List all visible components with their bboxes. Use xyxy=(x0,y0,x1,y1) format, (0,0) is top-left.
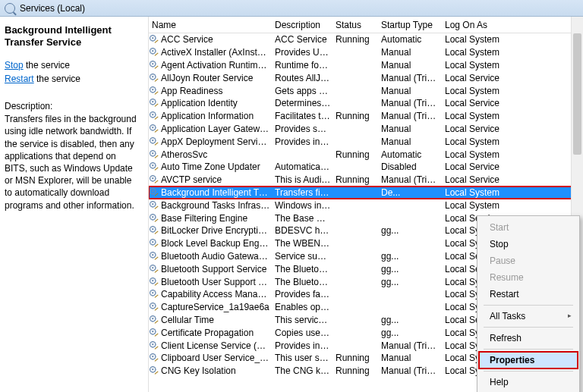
menu-start[interactable]: Start xyxy=(479,219,578,236)
menu-refresh[interactable]: Refresh xyxy=(479,330,578,347)
cell-logon: Local System xyxy=(445,149,506,160)
svg-point-13 xyxy=(152,114,153,115)
cell-description: This user ser... xyxy=(275,353,336,363)
service-gear-icon xyxy=(149,86,159,96)
cell-name: Background Intelligent Tran... xyxy=(161,187,275,198)
cell-startup: Manual xyxy=(381,47,445,58)
cell-description: Facilitates th... xyxy=(275,111,336,121)
menu-resume[interactable]: Resume xyxy=(479,269,578,286)
restart-link[interactable]: Restart xyxy=(5,74,34,84)
cell-name: Background Tasks Infrastruc... xyxy=(161,200,275,211)
service-gear-icon xyxy=(149,353,159,363)
cell-status: Running xyxy=(336,353,381,363)
cell-description: Automaticall... xyxy=(275,162,336,172)
cell-startup: Manual xyxy=(381,124,445,134)
cell-startup: Manual xyxy=(381,353,445,363)
svg-point-11 xyxy=(152,101,153,102)
service-gear-icon xyxy=(149,225,159,236)
menu-pause[interactable]: Pause xyxy=(479,252,578,269)
cell-name: App Readiness xyxy=(161,86,275,96)
window-title: Services (Local) xyxy=(20,3,85,14)
menu-restart[interactable]: Restart xyxy=(479,286,578,303)
table-header: Name Description Status Startup Type Log… xyxy=(149,17,583,33)
cell-description: Copies user ... xyxy=(275,328,336,338)
service-row[interactable]: Background Intelligent Tran...Transfers … xyxy=(149,187,583,199)
chevron-right-icon: ▸ xyxy=(568,312,572,319)
cell-startup: gg... xyxy=(381,277,445,287)
svg-point-35 xyxy=(152,254,153,256)
column-header-name[interactable]: Name xyxy=(149,20,275,33)
cell-startup: Manual (Trigg... xyxy=(381,73,445,83)
service-row[interactable]: App ReadinessGets apps re...ManualLocal … xyxy=(149,84,583,97)
service-row[interactable]: AllJoyn Router ServiceRoutes AllJo...Man… xyxy=(149,71,583,84)
cell-status: Running xyxy=(336,174,381,185)
cell-name: ACC Service xyxy=(161,34,275,45)
cell-description: Provides Use... xyxy=(275,47,336,58)
cell-logon: Local System xyxy=(445,86,506,96)
service-gear-icon xyxy=(149,315,159,325)
search-icon xyxy=(5,3,15,14)
stop-link[interactable]: Stop xyxy=(5,60,24,71)
cell-startup: Manual (Trigg... xyxy=(381,365,445,376)
service-row[interactable]: Agent Activation Runtime_1...Runtime for… xyxy=(149,59,583,72)
cell-startup: Manual xyxy=(381,136,445,147)
cell-logon: Local Service xyxy=(445,124,506,134)
cell-startup: gg... xyxy=(381,315,445,325)
menu-properties[interactable]: Properties xyxy=(479,352,578,368)
service-row[interactable]: Auto Time Zone UpdaterAutomaticall...Dis… xyxy=(149,161,583,174)
svg-point-31 xyxy=(152,228,153,230)
service-row[interactable]: AVCTP serviceThis is Audio...RunningManu… xyxy=(149,174,583,187)
scrollbar-thumb[interactable] xyxy=(573,33,581,155)
cell-description: This service ... xyxy=(275,315,336,325)
menu-stop[interactable]: Stop xyxy=(479,236,578,252)
cell-name: Block Level Backup Engine S... xyxy=(161,238,275,249)
column-header-status[interactable]: Status xyxy=(336,20,381,33)
service-gear-icon xyxy=(149,238,159,249)
cell-status: Running xyxy=(336,365,381,376)
cell-startup: Disabled xyxy=(381,162,445,172)
cell-startup: Manual (Trigg... xyxy=(381,98,445,108)
service-row[interactable]: Application IdentityDetermines ...Manual… xyxy=(149,97,583,110)
cell-logon: Local System xyxy=(445,111,506,121)
cell-name: Bluetooth Support Service xyxy=(161,264,275,274)
column-header-startup[interactable]: Startup Type xyxy=(381,20,445,33)
service-row[interactable]: Application InformationFacilitates th...… xyxy=(149,110,583,123)
cell-description: Gets apps re... xyxy=(275,86,336,96)
service-gear-icon xyxy=(149,277,159,287)
svg-point-3 xyxy=(152,50,153,52)
cell-logon: Local Service xyxy=(445,98,506,108)
svg-point-37 xyxy=(152,267,153,268)
svg-point-25 xyxy=(152,190,153,192)
cell-description: Service supp... xyxy=(275,251,336,262)
svg-point-21 xyxy=(152,165,153,166)
description-label: Description: xyxy=(5,101,140,111)
cell-description: Provides sup... xyxy=(275,124,336,134)
cell-name: Cellular Time xyxy=(161,315,275,325)
menu-all-tasks[interactable]: All Tasks ▸ xyxy=(479,308,578,325)
column-header-description[interactable]: Description xyxy=(275,20,336,33)
service-gear-icon xyxy=(149,187,159,198)
column-header-logon[interactable]: Log On As xyxy=(445,20,506,33)
cell-name: Application Information xyxy=(161,111,275,121)
cell-description: BDESVC hos... xyxy=(275,225,336,236)
cell-name: CNG Key Isolation xyxy=(161,365,275,376)
cell-description: The Base Filt... xyxy=(275,213,336,224)
svg-point-53 xyxy=(152,368,153,370)
services-list-panel: Name Description Status Startup Type Log… xyxy=(149,17,583,392)
cell-logon: Local Service xyxy=(445,174,506,185)
svg-point-19 xyxy=(152,152,153,154)
cell-description: Provides faci... xyxy=(275,289,336,299)
service-row[interactable]: Application Layer Gateway S...Provides s… xyxy=(149,123,583,136)
service-gear-icon xyxy=(149,111,159,121)
cell-name: AtherosSvc xyxy=(161,149,275,160)
service-row[interactable]: AppX Deployment Service (A...Provides in… xyxy=(149,135,583,148)
service-row[interactable]: Background Tasks Infrastruc...Windows in… xyxy=(149,199,583,212)
menu-help[interactable]: Help xyxy=(479,374,578,390)
service-row[interactable]: ActiveX Installer (AxInstSV)Provides Use… xyxy=(149,46,583,59)
service-gear-icon xyxy=(149,328,159,338)
service-row[interactable]: ACC ServiceACC ServiceRunningAutomaticLo… xyxy=(149,33,583,46)
svg-point-17 xyxy=(152,140,153,141)
cell-name: Client License Service (ClipSV... xyxy=(161,340,275,351)
service-row[interactable]: AtherosSvcRunningAutomaticLocal System xyxy=(149,148,583,161)
service-gear-icon xyxy=(149,200,159,211)
